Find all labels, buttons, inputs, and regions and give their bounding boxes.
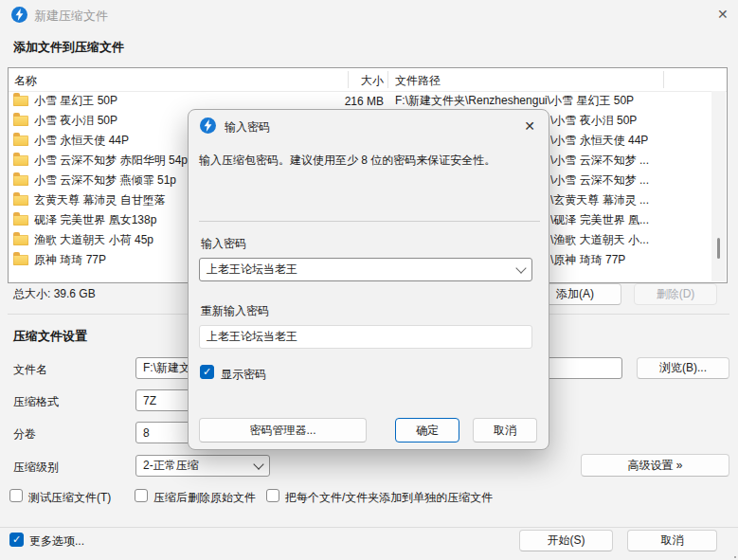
password-manager-button[interactable]: 密码管理器... <box>199 418 367 443</box>
dialog-cancel-label: 取消 <box>494 423 516 439</box>
file-name: 砚泽 完美世界 凰女138p <box>34 212 156 228</box>
level-label: 压缩级别 <box>13 460 59 476</box>
more-options-label: 更多选项... <box>29 533 84 550</box>
file-name: 小雪 星幻王 50P <box>34 93 117 109</box>
filename-value: F:\新建文 <box>143 360 190 376</box>
resize-grip[interactable] <box>730 552 732 554</box>
dialog-description: 输入压缩包密码。建议使用至少 8 位的密码来保证安全性。 <box>199 153 540 169</box>
file-size: 216 MB <box>321 95 384 108</box>
delete-button-label: 删除(D) <box>657 286 695 302</box>
chevron-down-icon <box>253 459 263 469</box>
password-value: 上老王论坛当老王 <box>207 262 297 278</box>
folder-icon <box>13 135 28 146</box>
file-path: \玄黄天尊 幕沛灵 ... <box>550 192 649 208</box>
more-options-checkbox[interactable]: ✓ <box>9 533 24 547</box>
file-path: \小雪 夜小泪 50P <box>550 113 637 129</box>
cancel-button-label: 取消 <box>661 533 684 549</box>
file-name: 渔歌 大道朝天 小荷 45p <box>34 232 153 248</box>
check-icon: ✓ <box>203 367 211 377</box>
total-size-label: 总大小: 39.6 GB <box>13 286 96 302</box>
column-divider[interactable] <box>663 71 664 88</box>
add-button-label: 添加(A) <box>556 286 594 302</box>
separate-archives-label: 把每个文件/文件夹添加到单独的压缩文件 <box>285 490 493 506</box>
folder-icon <box>13 175 28 186</box>
column-header-path[interactable]: 文件路径 <box>395 73 441 89</box>
folder-icon <box>13 155 28 166</box>
folder-icon <box>13 96 28 106</box>
file-name: 小雪 夜小泪 50P <box>34 113 117 129</box>
file-path: \渔歌 大道朝天 小... <box>550 232 649 248</box>
advanced-settings-label: 高级设置 » <box>627 458 682 474</box>
folder-icon <box>13 235 28 245</box>
file-path: F:\新建文件夹\Renzheshengui\小雪 星幻王 50P <box>395 93 634 109</box>
test-archive-checkbox[interactable] <box>9 489 23 502</box>
show-password-label: 显示密码 <box>221 367 266 383</box>
section-archive-settings-title: 压缩文件设置 <box>13 328 87 345</box>
table-scrollbar-thumb[interactable] <box>717 238 720 259</box>
folder-icon <box>13 195 28 206</box>
separate-archives-checkbox[interactable] <box>266 489 279 502</box>
confirm-password-value: 上老王论坛当老王 <box>207 329 297 345</box>
chevron-down-icon <box>515 262 526 273</box>
delete-original-label: 压缩后删除原始文件 <box>153 490 256 506</box>
filename-label: 文件名 <box>13 362 47 378</box>
volume-label: 分卷 <box>13 426 36 443</box>
file-path: \小雪 云深不知梦 ... <box>550 153 649 169</box>
confirm-password-field[interactable]: 上老王论坛当老王 <box>199 325 532 349</box>
folder-icon <box>13 255 28 265</box>
file-path: \小雪 永恒天使 44P <box>550 133 648 149</box>
table-scrollbar[interactable] <box>711 91 726 281</box>
file-name: 小雪 永恒天使 44P <box>34 133 129 149</box>
file-name: 玄黄天尊 幕沛灵 自甘堕落 <box>34 192 166 208</box>
window-close-icon[interactable]: ✕ <box>717 7 729 22</box>
file-path: \小雪 云深不知梦 ... <box>550 172 649 189</box>
dialog-app-icon <box>200 117 216 134</box>
folder-icon <box>13 215 28 226</box>
delete-original-checkbox[interactable] <box>135 489 148 502</box>
folder-icon <box>13 116 28 126</box>
title-bar: 新建压缩文件 ✕ <box>0 0 738 28</box>
start-button[interactable]: 开始(S) <box>519 530 613 551</box>
app-icon <box>11 7 27 23</box>
start-button-label: 开始(S) <box>548 533 585 549</box>
password-dialog: 输入密码 ✕ 输入压缩包密码。建议使用至少 8 位的密码来保证安全性。 输入密码… <box>188 109 549 450</box>
file-path: \原神 琦琦 77P <box>550 252 625 268</box>
file-table-header: 名称 大小 文件路径 <box>9 68 727 92</box>
divider <box>0 527 738 528</box>
file-name: 小雪 云深不知梦 燕倾霏 51p <box>34 172 176 189</box>
format-value: 7Z <box>143 394 156 407</box>
password-manager-label: 密码管理器... <box>249 423 315 439</box>
file-name: 小雪 云深不知梦 赤阳华明 54p <box>34 153 188 169</box>
section-add-files-title: 添加文件到压缩文件 <box>13 39 124 56</box>
dialog-close-icon[interactable]: ✕ <box>524 118 535 134</box>
test-archive-label: 测试压缩文件(T) <box>28 490 111 506</box>
password-label: 输入密码 <box>201 236 246 252</box>
column-header-name[interactable]: 名称 <box>14 73 37 89</box>
confirm-password-label: 重新输入密码 <box>201 303 269 319</box>
cancel-button[interactable]: 取消 <box>627 530 717 551</box>
password-combobox[interactable]: 上老王论坛当老王 <box>199 258 532 281</box>
window-title: 新建压缩文件 <box>34 8 108 25</box>
column-divider[interactable] <box>387 71 388 88</box>
file-path: \砚泽 完美世界 凰... <box>550 212 649 228</box>
dialog-cancel-button[interactable]: 取消 <box>473 418 537 443</box>
level-value: 2-正常压缩 <box>143 458 199 474</box>
advanced-settings-button[interactable]: 高级设置 » <box>581 454 729 477</box>
table-row[interactable]: 小雪 星幻王 50P216 MBF:\新建文件夹\Renzheshengui\小… <box>9 91 713 111</box>
dialog-title: 输入密码 <box>225 119 270 135</box>
column-divider[interactable] <box>348 71 349 88</box>
ok-button[interactable]: 确定 <box>395 418 459 443</box>
ok-button-label: 确定 <box>416 423 439 439</box>
dialog-divider <box>199 221 540 222</box>
browse-button[interactable]: 浏览(B)... <box>637 357 729 379</box>
show-password-checkbox[interactable]: ✓ <box>200 365 214 379</box>
column-header-size[interactable]: 大小 <box>321 73 384 89</box>
file-name: 原神 琦琦 77P <box>34 252 106 268</box>
format-label: 压缩格式 <box>13 394 59 410</box>
check-icon: ✓ <box>12 534 21 545</box>
level-select[interactable]: 2-正常压缩 <box>135 455 270 477</box>
volume-value: 8 <box>143 426 150 440</box>
delete-button[interactable]: 删除(D) <box>634 283 717 305</box>
browse-button-label: 浏览(B)... <box>659 360 707 376</box>
